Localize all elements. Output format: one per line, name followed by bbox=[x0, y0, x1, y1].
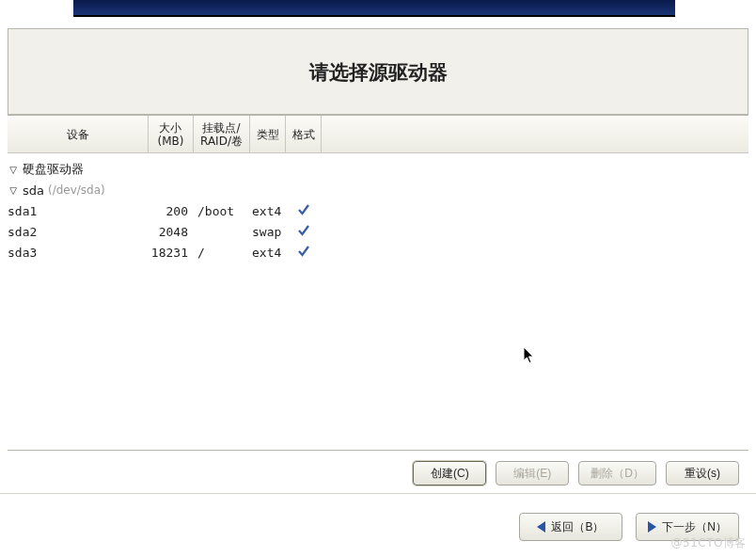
reset-button[interactable]: 重设(s) bbox=[666, 461, 739, 485]
separator bbox=[0, 493, 756, 494]
disk-path: (/dev/sda) bbox=[48, 183, 105, 197]
table-body: ▽ 硬盘驱动器 ▽ sda (/dev/sda) sda1 200 /boot … bbox=[8, 153, 748, 263]
back-label: 返回（B） bbox=[551, 519, 604, 535]
edit-button: 编辑(E) bbox=[496, 461, 569, 485]
partition-row[interactable]: sda2 2048 swap bbox=[8, 221, 748, 242]
partition-name: sda3 bbox=[8, 246, 37, 260]
col-mount[interactable]: 挂载点/ RAID/卷 bbox=[194, 116, 250, 152]
expander-icon[interactable]: ▽ bbox=[8, 165, 19, 175]
partition-name: sda2 bbox=[8, 225, 37, 239]
disk-row[interactable]: ▽ sda (/dev/sda) bbox=[8, 180, 748, 200]
partition-mount: /boot bbox=[194, 204, 250, 218]
partition-name: sda1 bbox=[8, 204, 37, 218]
page-title: 请选择源驱动器 bbox=[8, 59, 748, 86]
delete-button: 删除（D） bbox=[578, 461, 656, 485]
partition-size: 200 bbox=[149, 204, 194, 218]
watermark: @51CTO博客 bbox=[671, 535, 747, 551]
col-format[interactable]: 格式 bbox=[286, 116, 322, 152]
partition-size: 2048 bbox=[149, 225, 194, 239]
partition-size: 18231 bbox=[149, 246, 194, 260]
partition-row[interactable]: sda3 18231 / ext4 bbox=[8, 242, 748, 263]
title-frame: 请选择源驱动器 bbox=[8, 28, 748, 115]
create-button[interactable]: 创建(C) bbox=[413, 461, 486, 485]
back-button[interactable]: 返回（B） bbox=[519, 513, 622, 541]
check-icon bbox=[296, 244, 311, 262]
partition-row[interactable]: sda1 200 /boot ext4 bbox=[8, 200, 748, 221]
arrow-left-icon bbox=[537, 521, 545, 533]
partition-type: swap bbox=[250, 225, 286, 239]
check-icon bbox=[296, 202, 311, 220]
tree-root-label: 硬盘驱动器 bbox=[23, 161, 84, 178]
disk-name: sda bbox=[23, 183, 44, 198]
partition-actions: 创建(C) 编辑(E) 删除（D） 重设(s) bbox=[8, 457, 748, 489]
expander-icon[interactable]: ▽ bbox=[8, 185, 19, 196]
partition-table: 设备 大小 (MB) 挂载点/ RAID/卷 类型 格式 ▽ 硬盘驱动器 ▽ s… bbox=[8, 115, 748, 451]
col-size[interactable]: 大小 (MB) bbox=[149, 116, 194, 152]
wizard-nav: 返回（B） 下一步（N） bbox=[8, 510, 748, 544]
col-type[interactable]: 类型 bbox=[250, 116, 286, 152]
partition-type: ext4 bbox=[250, 246, 286, 260]
next-label: 下一步（N） bbox=[662, 519, 727, 535]
arrow-right-icon bbox=[648, 521, 656, 533]
col-device[interactable]: 设备 bbox=[8, 116, 149, 152]
partition-mount: / bbox=[194, 246, 250, 260]
table-header: 设备 大小 (MB) 挂载点/ RAID/卷 类型 格式 bbox=[8, 116, 748, 153]
partition-type: ext4 bbox=[250, 204, 286, 218]
check-icon bbox=[296, 223, 311, 241]
tree-root-row[interactable]: ▽ 硬盘驱动器 bbox=[8, 159, 748, 180]
installer-banner bbox=[73, 0, 675, 17]
